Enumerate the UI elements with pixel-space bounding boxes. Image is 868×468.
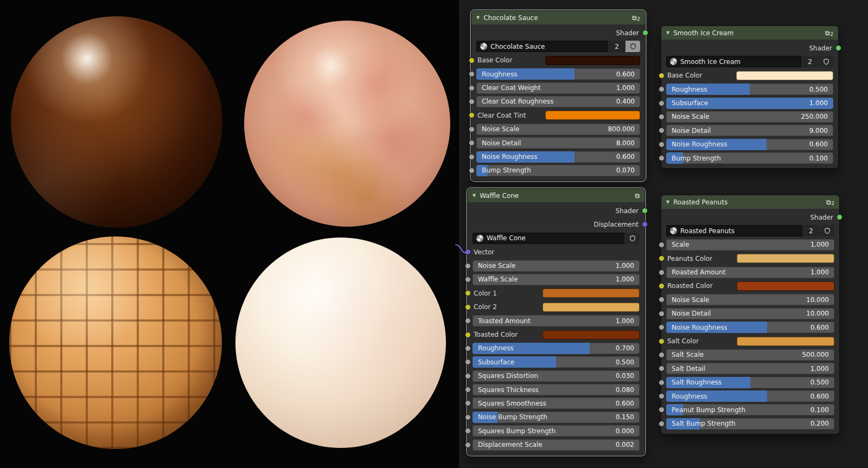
material-users-count-button[interactable]: 2 bbox=[609, 41, 625, 52]
color-swatch-base-color[interactable] bbox=[736, 71, 833, 80]
socket-input-salt-color[interactable] bbox=[659, 338, 665, 344]
row-color-1[interactable]: Color 1 bbox=[473, 287, 640, 299]
color-swatch-roasted-color[interactable] bbox=[737, 281, 834, 291]
row-squares-bump-strength[interactable]: Squares Bump Strength0.000 bbox=[473, 425, 640, 437]
slider-salt-bump-strength[interactable]: Salt Bump Strength0.200 bbox=[666, 418, 834, 429]
row-noise-scale[interactable]: Noise Scale1.000 bbox=[473, 260, 640, 272]
color-swatch-color-2[interactable] bbox=[542, 303, 640, 312]
row-noise-roughness[interactable]: Noise Roughness0.600 bbox=[666, 139, 833, 150]
row-scale[interactable]: Scale1.000 bbox=[666, 239, 834, 251]
slider-bump-strength[interactable]: Bump Strength0.100 bbox=[666, 152, 833, 164]
number-field-clear-coat-weight[interactable]: Clear Coat Weight1.000 bbox=[476, 82, 640, 94]
socket-input-roughness[interactable] bbox=[465, 345, 471, 351]
socket-output-shader[interactable] bbox=[835, 45, 841, 51]
socket-input-color-1[interactable] bbox=[465, 290, 471, 296]
socket-input-waffle-scale[interactable] bbox=[465, 277, 471, 283]
number-field-noise-detail[interactable]: Noise Detail10.000 bbox=[666, 308, 834, 319]
row-roughness[interactable]: Roughness0.700 bbox=[473, 343, 640, 354]
socket-input-noise-scale[interactable] bbox=[659, 297, 665, 303]
number-field-toasted-amount[interactable]: Toasted Amount1.000 bbox=[473, 315, 640, 326]
row-noise-detail[interactable]: Noise Detail10.000 bbox=[666, 308, 834, 319]
row-salt-scale[interactable]: Salt Scale500.000 bbox=[666, 349, 834, 361]
slider-subsurface[interactable]: Subsurface1.000 bbox=[666, 98, 833, 109]
slider-roughness[interactable]: Roughness0.700 bbox=[473, 343, 640, 354]
row-clear-coat-tint[interactable]: Clear Coat Tint bbox=[476, 110, 640, 121]
socket-input-roughness[interactable] bbox=[659, 86, 665, 92]
row-waffle-scale[interactable]: Waffle Scale1.000 bbox=[473, 274, 640, 285]
socket-input-roughness[interactable] bbox=[469, 71, 475, 77]
collapse-chevron-icon[interactable]: ▼ bbox=[666, 31, 669, 35]
row-subsurface[interactable]: Subsurface1.000 bbox=[666, 98, 833, 109]
row-peanuts-color[interactable]: Peanuts Color bbox=[666, 253, 834, 264]
row-subsurface[interactable]: Subsurface0.500 bbox=[473, 356, 640, 368]
socket-input-noise-scale[interactable] bbox=[469, 126, 475, 132]
slider-noise-roughness[interactable]: Noise Roughness0.600 bbox=[666, 322, 834, 333]
number-field-clear-coat-roughness[interactable]: Clear Coat Roughness0.400 bbox=[476, 96, 640, 107]
socket-input-noise-roughness[interactable] bbox=[659, 142, 665, 148]
row-toasted-color[interactable]: Toasted Color bbox=[473, 329, 640, 341]
socket-input-bump-strength[interactable] bbox=[469, 168, 475, 174]
socket-input-noise-roughness[interactable] bbox=[659, 324, 665, 330]
socket-input-roasted-color[interactable] bbox=[659, 283, 665, 289]
row-displacement-scale[interactable]: Displacement Scale0.002 bbox=[473, 439, 640, 451]
row-noise-detail[interactable]: Noise Detail9.000 bbox=[666, 125, 833, 136]
node-header-chocolate-sauce[interactable]: ▼Chocolate Sauce⧉2 bbox=[471, 11, 645, 24]
row-salt-bump-strength[interactable]: Salt Bump Strength0.200 bbox=[666, 418, 834, 429]
color-swatch-clear-coat-tint[interactable] bbox=[545, 111, 640, 120]
slider-noise-roughness[interactable]: Noise Roughness0.600 bbox=[476, 151, 640, 163]
socket-input-subsurface[interactable] bbox=[659, 100, 665, 106]
row-salt-color[interactable]: Salt Color bbox=[666, 336, 834, 347]
slider-roughness[interactable]: Roughness0.600 bbox=[666, 390, 834, 402]
number-field-squares-bump-strength[interactable]: Squares Bump Strength0.000 bbox=[473, 425, 640, 437]
number-field-salt-detail[interactable]: Salt Detail1.000 bbox=[666, 363, 834, 374]
number-field-waffle-scale[interactable]: Waffle Scale1.000 bbox=[473, 274, 640, 285]
socket-input-base-color[interactable] bbox=[469, 57, 475, 63]
row-squares-distortion[interactable]: Squares Distortion0.030 bbox=[473, 370, 640, 382]
socket-input-salt-roughness[interactable] bbox=[659, 380, 665, 386]
socket-input-noise-bump-strength[interactable] bbox=[465, 414, 471, 420]
node-waffle-cone[interactable]: ▼Waffle Cone⧉ShaderDisplacementWaffle Co… bbox=[467, 188, 645, 456]
material-selector[interactable]: Roasted Peanuts2 bbox=[666, 225, 834, 236]
socket-input-salt-detail[interactable] bbox=[659, 366, 665, 371]
material-selector[interactable]: Chocolate Sauce2 bbox=[476, 41, 640, 52]
socket-output-shader[interactable] bbox=[837, 214, 843, 220]
socket-input-scale[interactable] bbox=[659, 242, 665, 248]
socket-input-salt-scale[interactable] bbox=[659, 352, 665, 358]
node-header-roasted-peanuts[interactable]: ▼Roasted Peanuts⧉2 bbox=[661, 195, 839, 209]
slider-roughness[interactable]: Roughness0.600 bbox=[476, 68, 640, 80]
slider-peanut-bump-strength[interactable]: Peanut Bump Strength0.100 bbox=[666, 404, 834, 415]
socket-input-squares-thickness[interactable] bbox=[465, 387, 471, 393]
row-salt-detail[interactable]: Salt Detail1.000 bbox=[666, 363, 834, 374]
number-field-noise-detail[interactable]: Noise Detail8.000 bbox=[476, 137, 640, 149]
number-field-noise-detail[interactable]: Noise Detail9.000 bbox=[666, 125, 833, 136]
material-users-count-button[interactable]: 2 bbox=[802, 56, 818, 67]
row-noise-scale[interactable]: Noise Scale10.000 bbox=[666, 294, 834, 305]
socket-input-noise-detail[interactable] bbox=[659, 311, 665, 317]
number-field-noise-scale[interactable]: Noise Scale10.000 bbox=[666, 294, 834, 305]
socket-input-noise-roughness[interactable] bbox=[469, 154, 475, 160]
node-header-waffle-cone[interactable]: ▼Waffle Cone⧉ bbox=[468, 189, 644, 202]
collapse-chevron-icon[interactable]: ▼ bbox=[476, 16, 480, 20]
material-name-field[interactable]: Smooth Ice Cream bbox=[666, 56, 801, 67]
row-clear-coat-weight[interactable]: Clear Coat Weight1.000 bbox=[476, 82, 640, 94]
socket-input-clear-coat-weight[interactable] bbox=[469, 85, 475, 91]
row-noise-detail[interactable]: Noise Detail8.000 bbox=[476, 137, 640, 149]
row-roughness[interactable]: Roughness0.600 bbox=[666, 390, 834, 402]
row-bump-strength[interactable]: Bump Strength0.100 bbox=[666, 152, 833, 164]
row-roasted-amount[interactable]: Roasted Amount1.000 bbox=[666, 267, 834, 278]
material-name-field[interactable]: Chocolate Sauce bbox=[476, 41, 608, 52]
number-field-noise-scale[interactable]: Noise Scale800.000 bbox=[476, 124, 640, 135]
fake-user-shield-button[interactable] bbox=[820, 225, 834, 236]
socket-input-subsurface[interactable] bbox=[465, 359, 471, 365]
socket-input-squares-smoothness[interactable] bbox=[465, 400, 471, 406]
slider-subsurface[interactable]: Subsurface0.500 bbox=[473, 356, 640, 368]
socket-input-base-color[interactable] bbox=[659, 73, 665, 79]
socket-input-noise-detail[interactable] bbox=[659, 127, 665, 133]
material-selector[interactable]: Smooth Ice Cream2 bbox=[666, 56, 833, 67]
socket-input-roasted-amount[interactable] bbox=[659, 270, 665, 275]
fake-user-shield-button[interactable] bbox=[625, 233, 640, 244]
number-field-salt-scale[interactable]: Salt Scale500.000 bbox=[666, 349, 834, 361]
material-users-count-button[interactable]: 2 bbox=[803, 225, 819, 236]
material-selector[interactable]: Waffle Cone bbox=[473, 233, 640, 244]
socket-input-clear-coat-tint[interactable] bbox=[469, 112, 475, 118]
